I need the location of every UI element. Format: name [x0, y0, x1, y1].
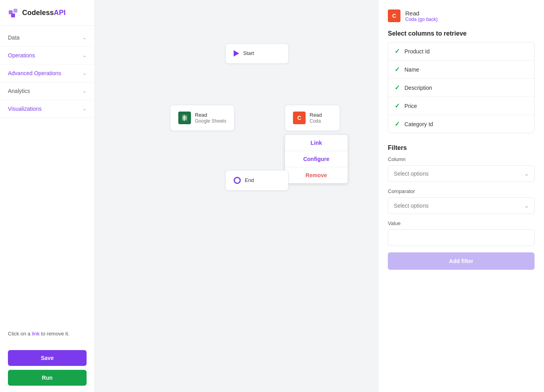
sidebar-item-advanced-operations[interactable]: Advanced Operations ⌄ [0, 64, 94, 82]
column-label-name: Name [404, 66, 419, 73]
value-filter-label: Value [388, 220, 535, 226]
svg-rect-1 [13, 9, 17, 13]
chevron-down-icon: ⌄ [83, 106, 87, 112]
check-icon-category-id: ✓ [395, 120, 400, 128]
sidebar-item-advanced-operations-label: Advanced Operations [8, 70, 61, 76]
chevron-down-icon: ⌄ [83, 35, 87, 40]
comparator-select-wrapper: Select options ⌄ [388, 197, 535, 214]
logo-label: CodelessAPI [22, 9, 66, 17]
read-coda-line1: Read [310, 112, 322, 119]
context-menu: Link Configure Remove [285, 134, 348, 184]
column-select[interactable]: Select options [388, 165, 535, 182]
canvas: Start Read Google Sheets C Read Coda Lin… [95, 0, 378, 392]
link-remove-link[interactable]: link [32, 331, 40, 337]
column-filter-label: Column [388, 156, 535, 162]
filters-section: Filters Column Select options ⌄ Comparat… [388, 144, 535, 270]
columns-list: ✓ Product Id ✓ Name ✓ Description ✓ Pric… [388, 42, 535, 133]
logo: CodelessAPI [0, 0, 94, 26]
right-panel: C Read Coda (go back) Select columns to … [378, 0, 544, 392]
comparator-select[interactable]: Select options [388, 197, 535, 214]
link-remove-hint: Click on a link to remove it. [0, 324, 94, 344]
chevron-down-icon: ⌄ [83, 53, 87, 58]
column-select-wrapper: Select options ⌄ [388, 165, 535, 182]
read-coda-line2: Coda [310, 118, 322, 124]
panel-header-text: Read Coda (go back) [405, 10, 438, 22]
svg-rect-2 [11, 13, 15, 17]
read-coda-node[interactable]: C Read Coda [285, 105, 340, 131]
column-item-category-id[interactable]: ✓ Category Id [388, 115, 534, 133]
filters-section-title: Filters [388, 144, 535, 151]
end-circle-icon [234, 177, 241, 184]
google-sheets-labels: Read Google Sheets [195, 112, 226, 124]
sidebar-item-analytics-label: Analytics [8, 88, 30, 94]
google-sheets-icon [178, 112, 191, 124]
sidebar-item-data[interactable]: Data ⌄ [0, 29, 94, 47]
columns-section-title: Select columns to retrieve [388, 30, 535, 37]
end-node-label: End [245, 177, 254, 184]
save-button[interactable]: Save [8, 350, 87, 366]
sidebar-actions: Save Run [0, 344, 94, 392]
column-label-description: Description [404, 85, 432, 91]
value-input[interactable] [388, 229, 535, 246]
sidebar-item-analytics[interactable]: Analytics ⌄ [0, 82, 94, 100]
sidebar-item-operations[interactable]: Operations ⌄ [0, 47, 94, 64]
sidebar-item-data-label: Data [8, 34, 20, 41]
read-coda-labels: Read Coda [310, 112, 322, 124]
check-icon-description: ✓ [395, 84, 400, 91]
column-label-category-id: Category Id [404, 121, 433, 127]
column-item-description[interactable]: ✓ Description [388, 79, 534, 97]
sidebar-item-visualizations-label: Visualizations [8, 106, 42, 112]
context-menu-configure[interactable]: Configure [285, 151, 348, 167]
end-node[interactable]: End [225, 170, 289, 191]
panel-coda-icon: C [388, 9, 400, 22]
sidebar-item-operations-label: Operations [8, 52, 35, 59]
play-icon [234, 50, 239, 57]
context-menu-link[interactable]: Link [285, 135, 348, 151]
start-node-label: Start [243, 50, 254, 57]
google-sheets-line2: Google Sheets [195, 118, 226, 124]
start-node[interactable]: Start [225, 44, 289, 64]
google-sheets-line1: Read [195, 112, 226, 119]
run-button[interactable]: Run [8, 370, 87, 386]
context-menu-remove[interactable]: Remove [285, 167, 348, 183]
column-label-product-id: Product Id [404, 48, 430, 55]
comparator-filter-label: Comparator [388, 188, 535, 194]
chevron-down-icon: ⌄ [83, 88, 87, 94]
panel-header: C Read Coda (go back) [388, 9, 535, 22]
check-icon-product-id: ✓ [395, 47, 400, 55]
column-label-price: Price [404, 103, 417, 109]
chevron-down-icon: ⌄ [83, 70, 87, 76]
sidebar: CodelessAPI Data ⌄ Operations ⌄ Advanced… [0, 0, 95, 392]
column-item-product-id[interactable]: ✓ Product Id [388, 42, 534, 61]
google-sheets-node[interactable]: Read Google Sheets [170, 105, 234, 131]
panel-subtitle[interactable]: Coda (go back) [405, 17, 438, 22]
sidebar-item-visualizations[interactable]: Visualizations ⌄ [0, 100, 94, 118]
sidebar-nav: Data ⌄ Operations ⌄ Advanced Operations … [0, 26, 94, 324]
check-icon-price: ✓ [395, 102, 400, 110]
add-filter-button[interactable]: Add filter [388, 252, 535, 270]
column-item-price[interactable]: ✓ Price [388, 97, 534, 115]
column-item-name[interactable]: ✓ Name [388, 61, 534, 79]
logo-icon [8, 7, 19, 18]
panel-title: Read [405, 10, 438, 17]
check-icon-name: ✓ [395, 66, 400, 73]
coda-icon: C [293, 112, 306, 124]
